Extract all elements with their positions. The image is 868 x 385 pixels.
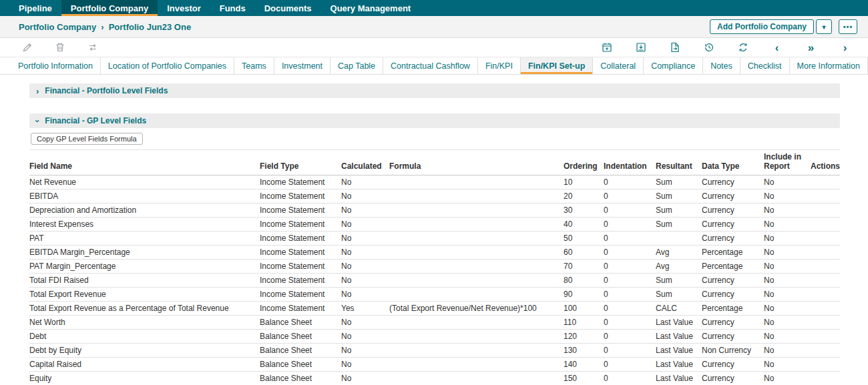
cell-formula bbox=[389, 189, 564, 203]
table-row[interactable]: Capital RaisedBalance SheetNo1400Last Va… bbox=[29, 357, 840, 371]
table-row[interactable]: Interest ExpensesIncome StatementNo400Su… bbox=[29, 217, 840, 231]
cell-ordering: 10 bbox=[564, 175, 604, 189]
file-export-icon[interactable] bbox=[669, 42, 680, 53]
cell-data-type: Currency bbox=[702, 203, 764, 217]
nav-item-funds[interactable]: Funds bbox=[210, 0, 255, 16]
cell-data-type: Currency bbox=[702, 273, 764, 287]
edit-icon[interactable] bbox=[21, 42, 33, 53]
cell-field-name: Total FDI Raised bbox=[29, 273, 260, 287]
add-portfolio-company-button[interactable]: Add Portfolio Company bbox=[710, 19, 814, 34]
tab-contractual-cashflow[interactable]: Contractual Cashflow bbox=[383, 57, 478, 74]
cell-resultant: Sum bbox=[656, 175, 702, 189]
cell-include-in-report: No bbox=[764, 273, 811, 287]
tab-more-information[interactable]: More Information bbox=[790, 57, 868, 74]
history-icon[interactable] bbox=[703, 42, 714, 53]
section-gap bbox=[29, 98, 840, 113]
cell-include-in-report: No bbox=[764, 329, 811, 343]
tab-notes[interactable]: Notes bbox=[703, 57, 740, 74]
breadcrumb-parent[interactable]: Portfolio Company bbox=[19, 22, 96, 32]
table-row[interactable]: Total Export Revenue as a Percentage of … bbox=[29, 301, 840, 315]
cell-formula: (Total Export Revenue/Net Revenue)*100 bbox=[389, 301, 564, 315]
cell-formula bbox=[389, 231, 564, 245]
nav-item-investor[interactable]: Investor bbox=[158, 0, 210, 16]
tab-portfolio-information[interactable]: Portfolio Information bbox=[11, 57, 101, 74]
tab-collateral[interactable]: Collateral bbox=[593, 57, 644, 74]
table-row[interactable]: Net RevenueIncome StatementNo100SumCurre… bbox=[29, 175, 840, 189]
cell-data-type: Currency bbox=[702, 287, 764, 301]
column-header-include-in-report: Include in Report bbox=[764, 150, 811, 175]
cell-field-name: Total Export Revenue bbox=[29, 287, 260, 301]
section-financial-portfolio-level-fields[interactable]: › Financial - Portfolio Level Fields bbox=[29, 83, 840, 98]
delete-icon[interactable] bbox=[54, 42, 65, 53]
cell-field-type: Income Statement bbox=[260, 259, 341, 273]
nav-item-pipeline[interactable]: Pipeline bbox=[9, 0, 61, 16]
table-row[interactable]: Net WorthBalance SheetNo1100Last ValueCu… bbox=[29, 315, 840, 329]
cell-resultant: Last Value bbox=[656, 357, 702, 371]
tab-fin-kpi-set-up[interactable]: Fin/KPI Set-up bbox=[521, 57, 593, 74]
tab-location-of-portfolio-companies[interactable]: Location of Portfolio Companies bbox=[101, 57, 234, 74]
cell-calculated: No bbox=[341, 273, 389, 287]
more-actions-button[interactable]: ••• bbox=[839, 19, 857, 34]
cell-actions bbox=[811, 315, 840, 329]
cell-actions bbox=[811, 231, 840, 245]
nav-item-documents[interactable]: Documents bbox=[255, 0, 321, 16]
cell-actions bbox=[811, 203, 840, 217]
cell-actions bbox=[811, 287, 840, 301]
ellipsis-icon: ••• bbox=[843, 23, 853, 31]
cell-calculated: No bbox=[341, 259, 389, 273]
cell-actions bbox=[811, 357, 840, 371]
copy-gp-level-fields-formula-button[interactable]: Copy GP Level Fields Formula bbox=[31, 133, 143, 145]
cell-field-type: Income Statement bbox=[260, 245, 341, 259]
table-row[interactable]: Debt by EquityBalance SheetNo1300Last Va… bbox=[29, 343, 840, 357]
table-row[interactable]: Total Export RevenueIncome StatementNo90… bbox=[29, 287, 840, 301]
cell-calculated: No bbox=[341, 343, 389, 357]
cell-resultant: Avg bbox=[656, 259, 702, 273]
nav-item-portfolio-company[interactable]: Portfolio Company bbox=[61, 0, 158, 16]
chevron-left-icon[interactable]: ‹ bbox=[771, 42, 783, 53]
breadcrumb: Portfolio Company › Portfolio Jun23 One bbox=[19, 22, 191, 32]
transfer-icon[interactable] bbox=[87, 42, 98, 53]
table-row[interactable]: Total FDI RaisedIncome StatementNo800Sum… bbox=[29, 273, 840, 287]
nav-item-query-management[interactable]: Query Management bbox=[321, 0, 421, 16]
cell-ordering: 150 bbox=[564, 371, 604, 385]
column-header-ordering: Ordering bbox=[564, 150, 604, 175]
table-row[interactable]: PAT Margin_PercentageIncome StatementNo7… bbox=[29, 259, 840, 273]
tab-checklist[interactable]: Checklist bbox=[740, 57, 790, 74]
app-window: PipelinePortfolio CompanyInvestorFundsDo… bbox=[0, 0, 868, 385]
calendar-add-icon[interactable] bbox=[601, 42, 612, 53]
cell-indentation: 0 bbox=[604, 259, 656, 273]
column-header-field-type: Field Type bbox=[260, 150, 341, 175]
tab-bar: Portfolio InformationLocation of Portfol… bbox=[0, 57, 868, 75]
tab-fin-kpi[interactable]: Fin/KPI bbox=[478, 57, 521, 74]
cell-indentation: 0 bbox=[604, 301, 656, 315]
content-area: › Financial - Portfolio Level Fields › F… bbox=[0, 75, 868, 385]
cell-actions bbox=[811, 175, 840, 189]
double-chevron-right-icon[interactable]: » bbox=[805, 42, 817, 53]
sync-icon[interactable] bbox=[737, 42, 748, 53]
tab-compliance[interactable]: Compliance bbox=[644, 57, 703, 74]
cell-calculated: No bbox=[341, 189, 389, 203]
chevron-right-icon[interactable]: › bbox=[839, 42, 851, 53]
table-row[interactable]: EBITDA Margin_PercentageIncome Statement… bbox=[29, 245, 840, 259]
add-portfolio-company-caret-button[interactable]: ▾ bbox=[816, 19, 832, 34]
cell-ordering: 30 bbox=[564, 203, 604, 217]
cell-calculated: No bbox=[341, 287, 389, 301]
table-row[interactable]: DebtBalance SheetNo1200Last ValueCurrenc… bbox=[29, 329, 840, 343]
table-row[interactable]: Depreciation and AmortizationIncome Stat… bbox=[29, 203, 840, 217]
cell-data-type: Currency bbox=[702, 329, 764, 343]
cell-formula bbox=[389, 273, 564, 287]
cell-field-type: Balance Sheet bbox=[260, 343, 341, 357]
table-row[interactable]: PATIncome StatementNo500CurrencyNo bbox=[29, 231, 840, 245]
section-financial-gp-level-fields[interactable]: › Financial - GP Level Fields bbox=[29, 113, 840, 128]
tab-teams[interactable]: Teams bbox=[234, 57, 274, 74]
cell-include-in-report: No bbox=[764, 245, 811, 259]
table-row[interactable]: EquityBalance SheetNo1500Last ValueCurre… bbox=[29, 371, 840, 385]
table-import-icon[interactable] bbox=[635, 42, 646, 53]
tab-investment[interactable]: Investment bbox=[274, 57, 331, 74]
cell-actions bbox=[811, 217, 840, 231]
tab-cap-table[interactable]: Cap Table bbox=[331, 57, 383, 74]
breadcrumb-separator-icon: › bbox=[101, 22, 103, 32]
cell-data-type: Currency bbox=[702, 231, 764, 245]
table-row[interactable]: EBITDAIncome StatementNo200SumCurrencyNo bbox=[29, 189, 840, 203]
column-header-calculated: Calculated bbox=[341, 150, 389, 175]
